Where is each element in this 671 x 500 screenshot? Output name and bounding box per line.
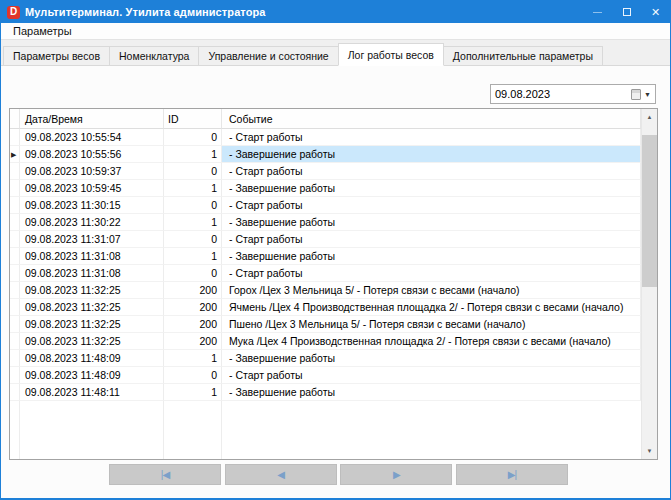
cell-id: 1 [164, 180, 222, 197]
cell-datetime: 09.08.2023 11:32:25 [20, 316, 164, 333]
table-header: Дата/Время ID Событие [10, 109, 641, 129]
cell-event: Мука /Цех 4 Производственная площадка 2/… [222, 333, 641, 350]
table-row[interactable]: ▶ 09.08.2023 11:48:09 1 - Завершение раб… [10, 350, 641, 367]
pager-next-button[interactable]: ▶ [340, 464, 452, 485]
cell-id: 0 [164, 163, 222, 180]
date-filter-value: 09.08.2023 [491, 88, 631, 100]
cell-event: - Старт работы [222, 197, 641, 214]
cell-event: - Старт работы [222, 163, 641, 180]
table-row[interactable]: ▶ 09.08.2023 11:32:25 200 Горох /Цех 3 М… [10, 282, 641, 299]
cell-datetime: 09.08.2023 11:48:11 [20, 384, 164, 401]
cell-event: Ячмень /Цех 4 Производственная площадка … [222, 299, 641, 316]
calendar-icon [631, 89, 641, 100]
table-row[interactable]: ▶ 09.08.2023 11:31:08 0 - Старт работы [10, 265, 641, 282]
row-selector: ▶ [10, 299, 20, 316]
row-selector: ▶ [10, 367, 20, 384]
table-body: ▶ 09.08.2023 10:55:54 0 - Старт работы ▶… [10, 129, 641, 401]
menubar: Параметры [1, 23, 670, 40]
cell-id: 200 [164, 282, 222, 299]
cell-event: - Старт работы [222, 265, 641, 282]
maximize-button[interactable] [612, 1, 641, 23]
chevron-down-icon[interactable]: ▼ [644, 91, 651, 98]
cell-event: - Старт работы [222, 367, 641, 384]
cell-id: 0 [164, 129, 222, 146]
cell-id: 0 [164, 231, 222, 248]
menu-item-parameters[interactable]: Параметры [9, 25, 76, 37]
pager: |◀ ◀ ▶ ▶| [109, 464, 568, 485]
row-selector: ▶ [10, 231, 20, 248]
cell-datetime: 09.08.2023 10:55:56 [20, 146, 164, 163]
cell-id: 200 [164, 333, 222, 350]
table-row[interactable]: ▶ 09.08.2023 11:30:15 0 - Старт работы [10, 197, 641, 214]
scroll-up-button[interactable]: ▲ [642, 109, 657, 125]
row-selector-header [10, 109, 20, 129]
table-row[interactable]: ▶ 09.08.2023 10:55:56 1 - Завершение раб… [10, 146, 641, 163]
row-selector: ▶ [10, 282, 20, 299]
log-table: Дата/Время ID Событие ▶ 09.08.2023 10:55… [9, 108, 658, 460]
row-selector: ▶ [10, 129, 20, 146]
date-filter[interactable]: 09.08.2023 ▼ [490, 84, 656, 104]
grid-empty-area [10, 401, 641, 459]
cell-datetime: 09.08.2023 10:59:45 [20, 180, 164, 197]
cell-datetime: 09.08.2023 11:31:08 [20, 248, 164, 265]
tab-scale-log[interactable]: Лог работы весов [338, 43, 444, 66]
table-row[interactable]: ▶ 09.08.2023 11:32:25 200 Мука /Цех 4 Пр… [10, 333, 641, 350]
cell-event: - Старт работы [222, 231, 641, 248]
table-row[interactable]: ▶ 09.08.2023 10:59:37 0 - Старт работы [10, 163, 641, 180]
window-title: Мультитерминал. Утилита администратора [25, 6, 266, 18]
selected-row-marker-icon: ▶ [11, 151, 16, 158]
table-row[interactable]: ▶ 09.08.2023 10:55:54 0 - Старт работы [10, 129, 641, 146]
table-row[interactable]: ▶ 09.08.2023 11:31:07 0 - Старт работы [10, 231, 641, 248]
row-selector: ▶ [10, 197, 20, 214]
cell-id: 1 [164, 384, 222, 401]
cell-datetime: 09.08.2023 11:31:08 [20, 265, 164, 282]
table-row[interactable]: ▶ 09.08.2023 11:32:25 200 Пшено /Цех 3 М… [10, 316, 641, 333]
column-header-id[interactable]: ID [164, 109, 222, 129]
vertical-scrollbar[interactable]: ▲ ▼ [641, 109, 657, 459]
tab-additional-parameters[interactable]: Дополнительные параметры [443, 46, 603, 65]
cell-datetime: 09.08.2023 10:55:54 [20, 129, 164, 146]
table-row[interactable]: ▶ 09.08.2023 10:59:45 1 - Завершение раб… [10, 180, 641, 197]
table-row[interactable]: ▶ 09.08.2023 11:48:11 1 - Завершение раб… [10, 384, 641, 401]
column-header-datetime[interactable]: Дата/Время [20, 109, 164, 129]
cell-datetime: 09.08.2023 11:30:15 [20, 197, 164, 214]
scroll-down-button[interactable]: ▼ [642, 443, 657, 459]
cell-event: Горох /Цех 3 Мельница 5/ - Потеря связи … [222, 282, 641, 299]
scrollbar-thumb[interactable] [642, 135, 657, 287]
app-icon: D [7, 6, 20, 19]
log-table-columns: Дата/Время ID Событие ▶ 09.08.2023 10:55… [10, 109, 641, 459]
table-row[interactable]: ▶ 09.08.2023 11:32:25 200 Ячмень /Цех 4 … [10, 299, 641, 316]
minimize-button[interactable] [583, 1, 612, 23]
cell-datetime: 09.08.2023 11:31:07 [20, 231, 164, 248]
minimize-icon [593, 12, 602, 13]
pager-first-button[interactable]: |◀ [109, 464, 221, 485]
table-row[interactable]: ▶ 09.08.2023 11:48:09 0 - Старт работы [10, 367, 641, 384]
cell-id: 200 [164, 316, 222, 333]
maximize-icon [623, 8, 631, 16]
cell-id: 0 [164, 265, 222, 282]
row-selector: ▶ [10, 265, 20, 282]
tab-nomenclature[interactable]: Номенклатура [109, 46, 199, 65]
tab-scale-parameters[interactable]: Параметры весов [3, 46, 110, 65]
cell-event: - Завершение работы [222, 248, 641, 265]
pager-last-button[interactable]: ▶| [456, 464, 568, 485]
row-selector: ▶ [10, 384, 20, 401]
row-selector: ▶ [10, 350, 20, 367]
cell-id: 0 [164, 197, 222, 214]
cell-id: 1 [164, 248, 222, 265]
cell-event: - Завершение работы [222, 350, 641, 367]
cell-id: 200 [164, 299, 222, 316]
row-selector: ▶ [10, 316, 20, 333]
row-selector: ▶ [10, 248, 20, 265]
column-header-event[interactable]: Событие [222, 109, 641, 129]
pager-prev-button[interactable]: ◀ [225, 464, 337, 485]
cell-event: Пшено /Цех 3 Мельница 5/ - Потеря связи … [222, 316, 641, 333]
table-row[interactable]: ▶ 09.08.2023 11:30:22 1 - Завершение раб… [10, 214, 641, 231]
close-button[interactable]: ✕ [641, 1, 670, 23]
tab-control-and-state[interactable]: Управление и состояние [198, 46, 338, 65]
cell-datetime: 09.08.2023 11:32:25 [20, 282, 164, 299]
scrollbar-track[interactable] [642, 125, 657, 443]
cell-event: - Старт работы [222, 129, 641, 146]
row-selector: ▶ [10, 214, 20, 231]
table-row[interactable]: ▶ 09.08.2023 11:31:08 1 - Завершение раб… [10, 248, 641, 265]
